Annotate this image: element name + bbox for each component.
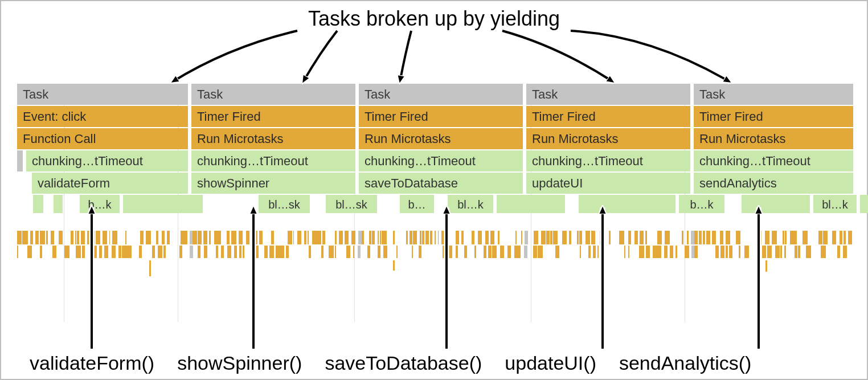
block-cell: bl…sk (326, 195, 377, 213)
block-cell: bl…sk (259, 195, 310, 213)
fn-cell: sendAnalytics (694, 173, 853, 194)
bottom-label-sendanalytics: sendAnalytics() (613, 352, 757, 374)
diagram-frame: Tasks broken up by yielding Task Task Ta… (0, 0, 868, 380)
task-cell: Task (191, 84, 355, 105)
fn-cell: updateUI (526, 173, 690, 194)
top-arrow-2 (303, 31, 337, 82)
event-cell: Timer Fired (359, 106, 523, 127)
row-event: Event: click Timer Fired Timer Fired Tim… (17, 106, 853, 127)
micro-cell: Run Microtasks (359, 128, 523, 149)
block-cell: bl…k (813, 195, 857, 213)
top-arrow-3 (400, 31, 411, 82)
block-cell: b… (400, 195, 434, 213)
chunk-cell: chunking…tTimeout (694, 150, 853, 171)
flame-chart: Task Task Task Task Task Event: click Ti… (17, 84, 853, 213)
fn-cell: saveToDatabase (359, 173, 523, 194)
row-functions: validateForm showSpinner saveToDatabase … (17, 173, 853, 194)
row-task: Task Task Task Task Task (17, 84, 853, 105)
task-cell: Task (526, 84, 690, 105)
row-microtasks: Function Call Run Microtasks Run Microta… (17, 128, 853, 149)
block-cell: b…k (80, 195, 120, 213)
event-cell: Timer Fired (526, 106, 690, 127)
event-cell: Event: click (17, 106, 188, 127)
micro-cell: Run Microtasks (526, 128, 690, 149)
task-cell: Task (359, 84, 523, 105)
bottom-label-showspinner: showSpinner() (171, 352, 308, 374)
fn-cell: validateForm (32, 173, 188, 194)
chunk-cell: chunking…tTimeout (526, 150, 690, 171)
bottom-label-updateui: updateUI() (499, 352, 602, 374)
top-arrow-1 (172, 31, 297, 82)
event-cell: Timer Fired (191, 106, 355, 127)
chunk-cell: chunking…tTimeout (359, 150, 523, 171)
diagram-title: Tasks broken up by yielding (1, 7, 867, 31)
micro-cell: Run Microtasks (694, 128, 853, 149)
top-arrow-5 (571, 31, 730, 82)
fn-cell: showSpinner (191, 173, 355, 194)
task-cell: Task (694, 84, 853, 105)
chunk-cell: chunking…tTimeout (191, 150, 355, 171)
bottom-labels: validateForm() showSpinner() saveToDatab… (1, 352, 867, 374)
micro-cell: Function Call (17, 128, 188, 149)
block-cell: bl…k (448, 195, 493, 213)
row-chunking: chunking…tTimeout chunking…tTimeout chun… (17, 150, 853, 171)
activity-barcode (17, 231, 853, 287)
task-cell: Task (17, 84, 188, 105)
top-arrow-4 (502, 31, 613, 82)
micro-cell: Run Microtasks (191, 128, 355, 149)
bottom-label-savetodatabase: saveToDatabase() (319, 352, 488, 374)
event-cell: Timer Fired (694, 106, 853, 127)
chunk-cell: chunking…tTimeout (26, 150, 188, 171)
bottom-label-validateform: validateForm() (24, 352, 160, 374)
row-blocks: b…k bl…sk bl…sk b… bl…k b…k bl…k b… (17, 195, 853, 213)
block-cell: b…k (679, 195, 724, 213)
